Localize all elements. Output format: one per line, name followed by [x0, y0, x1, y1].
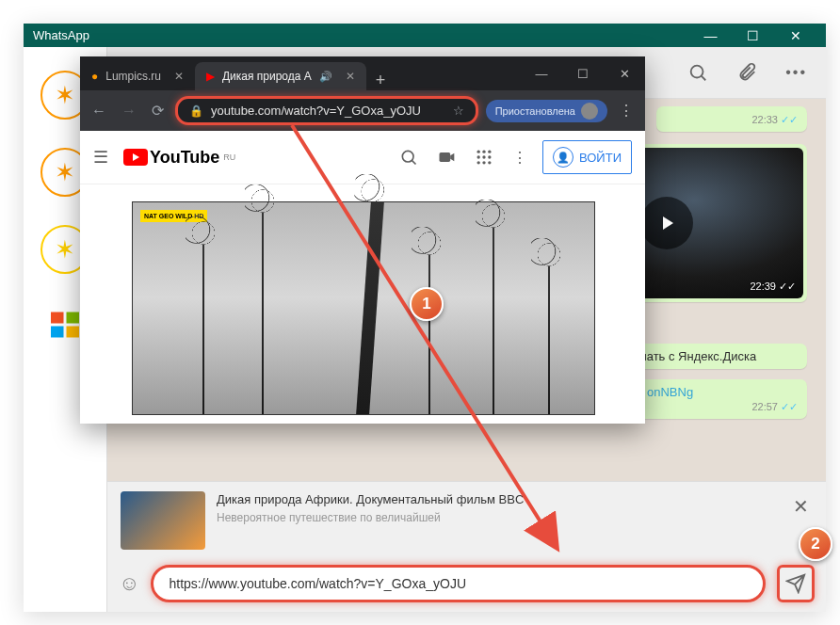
message-time: 22:33	[666, 114, 798, 126]
browser-menu-icon[interactable]: ⋮	[615, 102, 638, 120]
youtube-logo[interactable]: YouTube RU	[123, 148, 235, 168]
create-icon[interactable]	[437, 148, 456, 167]
browser-minimize-button[interactable]: —	[521, 56, 562, 90]
compose-area: Дикая природа Африки. Документальный фил…	[107, 481, 826, 612]
message-text: качать с Яндекс.Диска	[628, 349, 756, 363]
browser-tab-active[interactable]: ▶ Дикая природа А 🔊 ✕	[195, 62, 366, 90]
login-label: ВОЙТИ	[579, 151, 622, 165]
favicon-icon: ▶	[206, 70, 215, 83]
link-preview: Дикая природа Африки. Документальный фил…	[107, 482, 826, 559]
bookmark-icon[interactable]: ☆	[453, 104, 464, 118]
svg-rect-3	[67, 327, 80, 338]
tab-title: Lumpics.ru	[105, 70, 161, 83]
svg-point-15	[477, 161, 480, 164]
window-minimize-button[interactable]: —	[689, 24, 732, 47]
tab-mute-icon[interactable]: 🔊	[319, 71, 332, 83]
profile-chip[interactable]: Приостановлена	[486, 100, 607, 122]
svg-line-5	[702, 76, 706, 81]
preview-title: Дикая природа Африки. Документальный фил…	[217, 491, 778, 508]
message-bubble[interactable]: onNBNg 22:57	[638, 379, 807, 419]
preview-thumbnail	[121, 491, 205, 550]
lock-icon: 🔒	[189, 104, 203, 118]
svg-point-12	[477, 155, 480, 158]
new-tab-button[interactable]: +	[366, 71, 396, 90]
svg-point-10	[482, 151, 485, 153]
svg-point-14	[488, 155, 491, 158]
tab-title: Дикая природа А	[222, 70, 312, 83]
forward-button[interactable]: →	[118, 103, 140, 120]
svg-point-17	[488, 161, 491, 164]
browser-tab[interactable]: ● Lumpics.ru ✕	[80, 62, 195, 90]
tab-close-icon[interactable]: ✕	[346, 70, 355, 83]
youtube-region: RU	[223, 152, 235, 162]
browser-maximize-button[interactable]: ☐	[562, 56, 604, 90]
reload-button[interactable]: ⟳	[148, 102, 168, 120]
svg-rect-2	[51, 327, 64, 338]
profile-avatar-icon	[581, 103, 598, 120]
play-icon[interactable]	[640, 197, 693, 249]
youtube-player[interactable]: NAT GEO WILD	[132, 201, 595, 415]
hamburger-icon[interactable]: ☰	[93, 147, 108, 168]
svg-point-4	[691, 66, 703, 78]
address-bar[interactable]: 🔒 youtube.com/watch?v=Y_GOxa_yOJU ☆	[175, 96, 478, 125]
apps-icon[interactable]	[475, 148, 493, 167]
browser-viewport: ☰ YouTube RU ⋮ 👤 ВОЙТИ NAT GEO WILD	[80, 131, 645, 424]
more-icon[interactable]: ⋮	[512, 149, 527, 167]
youtube-player-area: NAT GEO WILD	[80, 184, 645, 424]
window-close-button[interactable]: ✕	[774, 24, 816, 47]
step-badge-2: 2	[799, 527, 832, 561]
step-badge-1: 1	[410, 287, 444, 321]
message-link[interactable]: onNBNg	[647, 385, 693, 399]
youtube-play-icon	[123, 149, 148, 166]
message-time: 22:57	[647, 401, 798, 413]
svg-rect-1	[67, 312, 80, 324]
youtube-login-button[interactable]: 👤 ВОЙТИ	[542, 140, 632, 174]
browser-toolbar: ← → ⟳ 🔒 youtube.com/watch?v=Y_GOxa_yOJU …	[80, 90, 645, 131]
video-duration: 22:39	[750, 280, 796, 293]
svg-rect-0	[51, 312, 64, 324]
browser-close-button[interactable]: ✕	[604, 56, 645, 90]
youtube-brand-text: YouTube	[150, 148, 219, 168]
search-icon[interactable]	[687, 62, 708, 83]
tab-close-icon[interactable]: ✕	[174, 70, 184, 83]
user-icon: 👤	[553, 147, 573, 168]
browser-window: ● Lumpics.ru ✕ ▶ Дикая природа А 🔊 ✕ + —…	[80, 56, 645, 424]
whatsapp-titlebar: WhatsApp — ☐ ✕	[24, 24, 826, 47]
svg-point-6	[402, 151, 413, 162]
url-text: youtube.com/watch?v=Y_GOxa_yOJU	[211, 104, 421, 118]
svg-line-7	[412, 160, 415, 164]
svg-point-13	[482, 155, 485, 158]
back-button[interactable]: ←	[88, 103, 110, 120]
svg-rect-8	[440, 152, 451, 162]
browser-tab-bar: ● Lumpics.ru ✕ ▶ Дикая природа А 🔊 ✕ + —…	[80, 56, 645, 90]
message-bubble[interactable]: качать с Яндекс.Диска	[619, 344, 807, 369]
profile-chip-label: Приостановлена	[495, 105, 575, 117]
preview-close-button[interactable]: ✕	[789, 491, 813, 521]
favicon-icon: ●	[91, 70, 98, 83]
search-icon[interactable]	[399, 148, 418, 167]
attach-icon[interactable]	[736, 62, 757, 83]
message-input[interactable]: https://www.youtube.com/watch?v=Y_GOxa_y…	[151, 565, 766, 602]
svg-point-9	[477, 151, 480, 153]
whatsapp-title: WhatsApp	[33, 28, 89, 42]
svg-point-16	[482, 161, 485, 164]
svg-point-11	[488, 151, 491, 153]
preview-description: Невероятное путешествие по величайшей	[217, 510, 778, 526]
emoji-icon[interactable]: ☺	[119, 571, 139, 596]
menu-icon[interactable]: •••	[785, 64, 807, 81]
message-input-text: https://www.youtube.com/watch?v=Y_GOxa_y…	[169, 576, 466, 591]
send-button[interactable]	[777, 565, 815, 602]
message-bubble[interactable]: 22:33	[656, 106, 807, 132]
window-maximize-button[interactable]: ☐	[732, 24, 774, 47]
